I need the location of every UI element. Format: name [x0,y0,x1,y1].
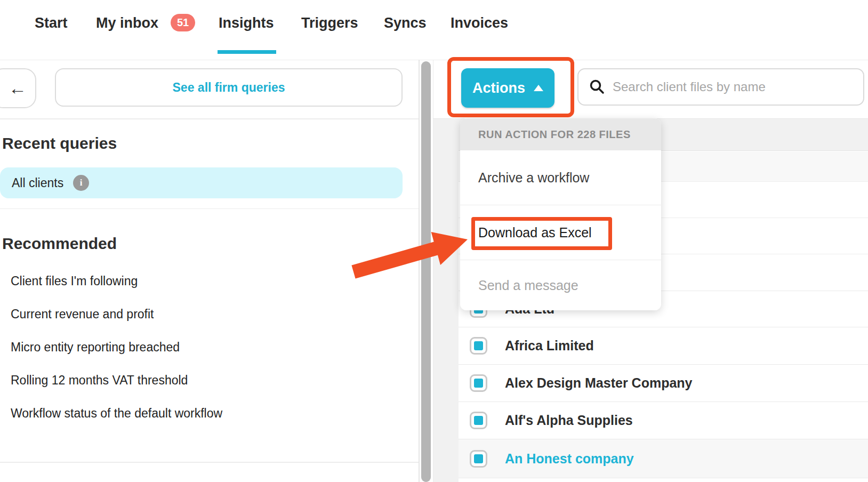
actions-label: Actions [472,80,525,97]
client-name[interactable]: Africa Limited [505,338,594,354]
checkbox-checked-fill [474,416,483,425]
client-name[interactable]: Alex Design Master Company [505,375,693,391]
recent-queries-heading: Recent queries [2,134,117,152]
left-panel-divider [0,208,419,209]
nav-tab-triggers[interactable]: Triggers [301,15,358,31]
client-checkbox[interactable] [470,412,487,429]
client-row-alfs-alpha[interactable]: Alf's Alpha Supplies [459,401,868,439]
annotation-arrow [341,224,480,288]
see-all-label: See all firm queries [173,81,285,95]
left-panel-divider [0,118,419,119]
client-row-partial [459,478,868,482]
search-icon [589,79,605,95]
client-row-alex-design[interactable]: Alex Design Master Company [459,364,868,401]
back-button[interactable]: ← [0,68,36,108]
checkbox-checked-fill [474,341,483,350]
list-gutter [433,119,459,482]
client-checkbox[interactable] [470,450,487,468]
menu-item-archive-workflow[interactable]: Archive a workflow [460,150,661,205]
actions-button[interactable]: Actions [461,68,554,108]
client-search-box [577,68,864,106]
inbox-count-badge: 51 [171,14,195,31]
nav-tab-syncs[interactable]: Syncs [384,15,427,31]
recommended-query[interactable]: Micro entity reporting breached [11,340,180,355]
nav-tab-my-inbox[interactable]: My inbox [96,15,158,31]
header-divider [0,60,868,60]
active-tab-underline [218,50,276,54]
query-all-clients[interactable]: All clients i [0,167,403,198]
info-icon[interactable]: i [73,175,89,191]
search-input[interactable] [612,79,848,95]
checkbox-checked-fill [474,454,483,463]
recommended-query[interactable]: Rolling 12 months VAT threshold [11,373,188,388]
vertical-scrollbar[interactable] [421,61,431,482]
query-label: All clients [12,176,63,190]
app-window: Start My inbox 51 Insights Triggers Sync… [0,0,868,482]
client-checkbox[interactable] [470,374,487,392]
checkbox-checked-fill [474,379,483,388]
client-name[interactable]: Alf's Alpha Supplies [505,413,633,428]
recommended-heading: Recommended [2,235,117,253]
recommended-query[interactable]: Client files I'm following [11,274,138,288]
actions-dropdown-menu: RUN ACTION FOR 228 FILES Archive a workf… [460,118,661,310]
left-panel-divider [0,462,419,463]
nav-tab-insights[interactable]: Insights [219,15,274,31]
nav-tab-invoices[interactable]: Invoices [451,15,508,31]
back-arrow-icon: ← [9,78,27,99]
client-row-africa-limited[interactable]: Africa Limited [459,327,868,364]
panel-border [419,60,420,482]
recommended-query[interactable]: Current revenue and profit [11,307,154,322]
nav-tab-start[interactable]: Start [35,15,68,31]
client-checkbox[interactable] [470,337,487,355]
recommended-query[interactable]: Workflow status of the default workflow [11,406,222,421]
menu-item-send-message[interactable]: Send a message [460,260,661,310]
client-row-an-honest[interactable]: An Honest company [459,439,868,478]
dropdown-header: RUN ACTION FOR 228 FILES [460,118,661,150]
see-all-firm-queries-button[interactable]: See all firm queries [55,68,403,107]
client-name-link[interactable]: An Honest company [505,451,634,467]
caret-up-icon [534,85,543,91]
menu-item-download-excel[interactable]: Download as Excel [460,205,661,260]
